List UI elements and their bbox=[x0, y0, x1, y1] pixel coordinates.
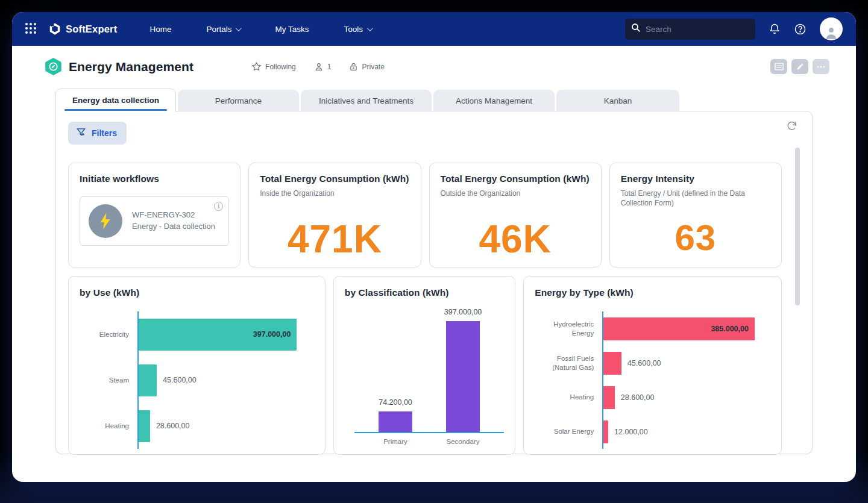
chart-value-label: 45.600,00 bbox=[163, 376, 197, 384]
chart-row: Heating28.600,00 bbox=[535, 380, 770, 414]
kpi-value: 46K bbox=[430, 220, 601, 258]
workflow-item[interactable]: WF-ENERGY-302 Energy - Data collection i bbox=[80, 196, 229, 246]
kpi-subtitle: Outside the Organization bbox=[441, 189, 585, 198]
notifications-bell-icon[interactable] bbox=[769, 23, 781, 35]
search-box[interactable] bbox=[625, 19, 755, 40]
main-nav: Home Portals My Tasks Tools bbox=[149, 25, 371, 34]
tab-energy-data-collection[interactable]: Energy data collection bbox=[55, 89, 176, 111]
chart-category-label: Solar Energy bbox=[535, 414, 602, 449]
tab-kanban[interactable]: Kanban bbox=[556, 90, 679, 111]
tab-actions-management[interactable]: Actions Management bbox=[433, 90, 555, 111]
tab-bar: Energy data collection Performance Inici… bbox=[12, 89, 856, 111]
by-classification-bar-chart: 74.200,00397.000,00PrimarySecondary bbox=[345, 302, 504, 445]
chart-category-row: PrimarySecondary bbox=[354, 433, 504, 445]
chart-value-label: 28.600,00 bbox=[156, 422, 190, 430]
chart-bar bbox=[379, 411, 412, 432]
kpi-title: Total Energy Consumption (kWh) bbox=[441, 173, 590, 184]
chart-bar bbox=[139, 410, 150, 442]
star-icon bbox=[251, 61, 262, 72]
header-actions bbox=[770, 59, 829, 74]
kpi-card-inside-consumption: Total Energy Consumption (kWh) Inside th… bbox=[248, 163, 421, 267]
members-count[interactable]: 1 bbox=[314, 62, 332, 72]
following-toggle[interactable]: Following bbox=[251, 61, 296, 72]
header-meta: Following 1 Private bbox=[251, 61, 385, 72]
navbar-right bbox=[625, 17, 843, 40]
person-icon bbox=[314, 62, 324, 72]
more-options-button[interactable] bbox=[813, 59, 829, 74]
energy-management-badge-icon bbox=[45, 58, 61, 75]
vertical-scrollbar-thumb[interactable] bbox=[795, 148, 800, 305]
chart-card-energy-by-type: Energy by Type (kWh) Hydroelectric Energ… bbox=[523, 276, 782, 455]
chart-category-label: Hydroelectric Energy bbox=[535, 311, 602, 346]
chart-bar bbox=[603, 386, 615, 409]
chart-category-label: Steam bbox=[80, 357, 137, 403]
chart-bar-track: 45.600,00 bbox=[137, 357, 314, 403]
chart-value-label: 74.200,00 bbox=[379, 398, 412, 407]
nav-item-my-tasks[interactable]: My Tasks bbox=[275, 25, 309, 34]
chart-bar-track: 397.000,00 bbox=[137, 311, 314, 357]
chart-title: by Use (kWh) bbox=[80, 287, 314, 298]
chart-bar bbox=[603, 352, 621, 375]
chart-bar bbox=[446, 321, 480, 432]
workflow-code: WF-ENERGY-302 bbox=[132, 210, 215, 221]
edit-pencil-button[interactable] bbox=[791, 59, 808, 74]
filters-button[interactable]: Filters bbox=[68, 122, 127, 145]
workflow-item-text: WF-ENERGY-302 Energy - Data collection bbox=[132, 210, 215, 233]
chart-plot-area: 74.200,00397.000,00 bbox=[354, 302, 504, 433]
chart-category-label: Electricity bbox=[80, 311, 137, 357]
help-icon[interactable] bbox=[794, 23, 807, 36]
chart-card-by-classification: by Classification (kWh) 74.200,00397.000… bbox=[333, 276, 515, 455]
kpi-card-outside-consumption: Total Energy Consumption (kWh) Outside t… bbox=[429, 163, 602, 267]
chart-value-label: 397.000,00 bbox=[444, 308, 482, 316]
app-window: SoftExpert Home Portals My Tasks Tools bbox=[12, 12, 856, 482]
chart-category-label: Primary bbox=[362, 438, 429, 445]
chart-value-label: 45.600,00 bbox=[627, 359, 661, 367]
chart-bar-track: 28.600,00 bbox=[137, 403, 314, 449]
chart-value-label: 28.600,00 bbox=[621, 393, 655, 402]
chart-column: 74.200,00 bbox=[362, 398, 429, 432]
tab-performance[interactable]: Performance bbox=[178, 90, 299, 111]
chart-value-label: 12.000,00 bbox=[614, 428, 648, 436]
active-tab-underline bbox=[64, 109, 167, 111]
lightning-bolt-icon bbox=[89, 204, 122, 238]
kpi-subtitle: Total Energy / Unit (defined in the Data… bbox=[621, 189, 766, 208]
kpi-value: 471K bbox=[249, 220, 420, 258]
chart-category-label: Heating bbox=[80, 403, 137, 449]
brand-logo[interactable]: SoftExpert bbox=[48, 22, 117, 36]
page-header: Energy Management Following 1 bbox=[12, 46, 856, 75]
lock-icon bbox=[349, 62, 358, 72]
softexpert-logo-icon bbox=[48, 22, 61, 36]
info-icon[interactable]: i bbox=[214, 202, 223, 211]
refresh-icon[interactable] bbox=[786, 120, 797, 133]
chart-row: Fossil Fuels (Natural Gas)45.600,00 bbox=[535, 346, 770, 380]
chart-category-label: Secondary bbox=[429, 438, 497, 445]
nav-item-portals[interactable]: Portals bbox=[206, 25, 240, 34]
apps-grid-icon[interactable] bbox=[25, 23, 37, 35]
chart-row: Heating28.600,00 bbox=[80, 403, 314, 449]
chart-bar-track: 385.000,00 bbox=[602, 311, 770, 346]
user-avatar[interactable] bbox=[820, 17, 843, 40]
privacy-status[interactable]: Private bbox=[349, 62, 384, 72]
panel-view-button[interactable] bbox=[770, 59, 787, 74]
chart-row: Steam45.600,00 bbox=[80, 357, 314, 403]
workflow-name: Energy - Data collection bbox=[132, 221, 215, 233]
kpi-card-energy-intensity: Energy Intensity Total Energy / Unit (de… bbox=[609, 163, 782, 267]
nav-item-tools[interactable]: Tools bbox=[344, 25, 372, 34]
chart-row: Solar Energy12.000,00 bbox=[535, 414, 770, 449]
nav-item-home[interactable]: Home bbox=[149, 25, 171, 34]
kpi-title: Energy Intensity bbox=[621, 173, 770, 184]
kpi-title: Total Energy Consumption (kWh) bbox=[260, 173, 409, 184]
chart-value-label: 385.000,00 bbox=[711, 325, 755, 333]
tab-iniciatives-and-treatments[interactable]: Iniciatives and Treatments bbox=[301, 90, 432, 111]
filter-funnel-icon bbox=[76, 127, 86, 139]
charts-row: by Use (kWh) Electricity397.000,00Steam4… bbox=[68, 276, 782, 455]
kpi-row: Initiate workflows WF-ENERGY-302 Energy … bbox=[68, 163, 782, 267]
chart-column: 397.000,00 bbox=[429, 308, 497, 432]
chart-bar bbox=[603, 420, 608, 443]
chart-bar-track: 45.600,00 bbox=[602, 346, 770, 380]
search-input[interactable] bbox=[646, 25, 749, 34]
initiate-workflows-card: Initiate workflows WF-ENERGY-302 Energy … bbox=[68, 163, 241, 267]
brand-name: SoftExpert bbox=[66, 23, 117, 35]
chart-bar-track: 28.600,00 bbox=[602, 380, 770, 414]
chevron-down-icon bbox=[367, 25, 373, 31]
